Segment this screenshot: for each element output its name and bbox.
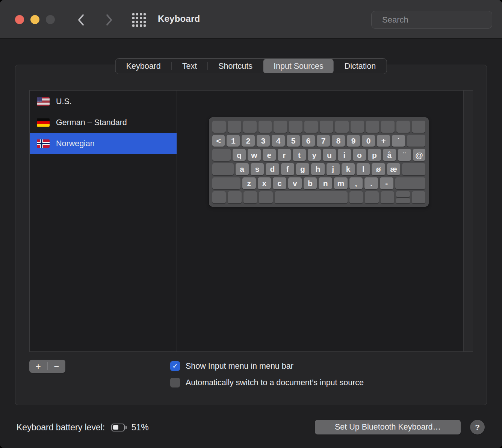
key-,: , <box>349 177 363 189</box>
norwegian-flag-icon <box>37 139 50 148</box>
key-9: 9 <box>347 135 360 147</box>
key-n: n <box>319 177 332 189</box>
blank-key <box>212 177 240 189</box>
blank-key <box>228 121 241 133</box>
help-button[interactable]: ? <box>470 420 485 434</box>
auto-switch-checkbox[interactable] <box>170 378 180 387</box>
key-a: a <box>236 163 249 175</box>
keyboard-preview: <1234567890+´qwertyuiopå¨@asdfghjkløæzxc… <box>209 117 429 207</box>
scrollbar-track[interactable] <box>463 91 473 351</box>
tab-divider <box>207 62 208 70</box>
blank-key <box>351 121 364 133</box>
key-r: r <box>278 149 291 161</box>
arrow-keys-split-key <box>396 191 410 203</box>
show-all-grid-icon[interactable] <box>132 13 146 27</box>
battery-percent: 51% <box>132 422 149 433</box>
space-key <box>275 191 348 203</box>
input-source-label: German – Standard <box>56 118 127 127</box>
key-j: j <box>327 163 340 175</box>
blank-key <box>320 121 333 133</box>
battery-icon <box>111 424 127 431</box>
blank-key <box>335 121 349 133</box>
blank-key <box>381 191 394 203</box>
blank-key <box>212 191 226 203</box>
window-title: Keyboard <box>158 14 200 24</box>
blank-key <box>396 121 410 133</box>
key-k: k <box>342 163 355 175</box>
option-show-input-menu: ✓ Show Input menu in menu bar <box>170 360 364 372</box>
input-source-row-norwegian[interactable]: Norwegian <box>30 133 177 154</box>
key-¨: ¨ <box>398 149 411 161</box>
input-source-row-u-s[interactable]: U.S. <box>30 91 177 112</box>
blank-key <box>228 191 241 203</box>
zoom-button[interactable] <box>46 15 55 24</box>
key-+: + <box>377 135 390 147</box>
back-button[interactable] <box>74 13 89 27</box>
key-1: 1 <box>227 135 240 147</box>
key-2: 2 <box>242 135 255 147</box>
title-bar: Keyboard <box>0 0 502 39</box>
blank-key <box>212 149 231 161</box>
options-group: ✓ Show Input menu in menu bar Automatica… <box>170 360 364 388</box>
key-z: z <box>242 177 256 189</box>
key-w: w <box>248 149 261 161</box>
layout-preview-pane: <1234567890+´qwertyuiopå¨@asdfghjkløæzxc… <box>177 91 463 351</box>
blank-key <box>259 191 272 203</box>
forward-button[interactable] <box>101 13 116 27</box>
blank-key <box>349 191 363 203</box>
blank-key <box>243 191 257 203</box>
tab-text[interactable]: Text <box>172 59 207 73</box>
minimize-button[interactable] <box>30 15 39 24</box>
blank-key <box>412 121 425 133</box>
input-source-row-german-standard[interactable]: German – Standard <box>30 112 177 133</box>
remove-input-source-button[interactable]: − <box>48 360 66 372</box>
input-source-list: U.S.German – StandardNorwegian <box>30 91 177 351</box>
input-source-label: Norwegian <box>56 139 95 148</box>
key-u: u <box>323 149 336 161</box>
close-button[interactable] <box>15 15 24 24</box>
key-7: 7 <box>317 135 330 147</box>
input-source-label: U.S. <box>56 97 72 106</box>
tab-input-sources[interactable]: Input Sources <box>263 59 334 73</box>
battery-status: Keyboard battery level: 51% <box>17 420 149 434</box>
key-0: 0 <box>362 135 375 147</box>
key-p: p <box>368 149 381 161</box>
key-s: s <box>251 163 264 175</box>
battery-label: Keyboard battery level: <box>17 422 105 433</box>
blank-key <box>412 191 425 203</box>
blank-key <box>274 121 287 133</box>
blank-key <box>304 121 318 133</box>
show-input-menu-checkbox[interactable]: ✓ <box>170 361 180 371</box>
key-ø: ø <box>372 163 385 175</box>
blank-key <box>407 135 425 147</box>
search-input[interactable] <box>381 15 491 25</box>
tab-dictation[interactable]: Dictation <box>334 59 386 73</box>
key-h: h <box>311 163 324 175</box>
tab-shortcuts[interactable]: Shortcuts <box>208 59 263 73</box>
blank-key <box>212 121 226 133</box>
key-´: ´ <box>392 135 405 147</box>
key-4: 4 <box>272 135 285 147</box>
key-d: d <box>266 163 279 175</box>
key-æ: æ <box>387 163 400 175</box>
key-i: i <box>338 149 351 161</box>
key-5: 5 <box>287 135 300 147</box>
key-<: < <box>212 135 225 147</box>
key-å: å <box>383 149 396 161</box>
key-8: 8 <box>332 135 345 147</box>
key-b: b <box>304 177 317 189</box>
add-input-source-button[interactable]: + <box>29 360 47 372</box>
key-l: l <box>357 163 370 175</box>
chevron-left-icon <box>77 14 85 26</box>
search-field[interactable] <box>371 11 492 29</box>
tab-bar: KeyboardTextShortcutsInput SourcesDictat… <box>115 58 387 74</box>
key-m: m <box>334 177 348 189</box>
blank-key <box>243 121 257 133</box>
key-e: e <box>263 149 276 161</box>
tab-keyboard[interactable]: Keyboard <box>116 59 171 73</box>
key-x: x <box>258 177 271 189</box>
key-v: v <box>288 177 302 189</box>
key-f: f <box>281 163 294 175</box>
setup-bluetooth-keyboard-button[interactable]: Set Up Bluetooth Keyboard… <box>315 420 461 434</box>
chevron-right-icon <box>105 14 113 26</box>
